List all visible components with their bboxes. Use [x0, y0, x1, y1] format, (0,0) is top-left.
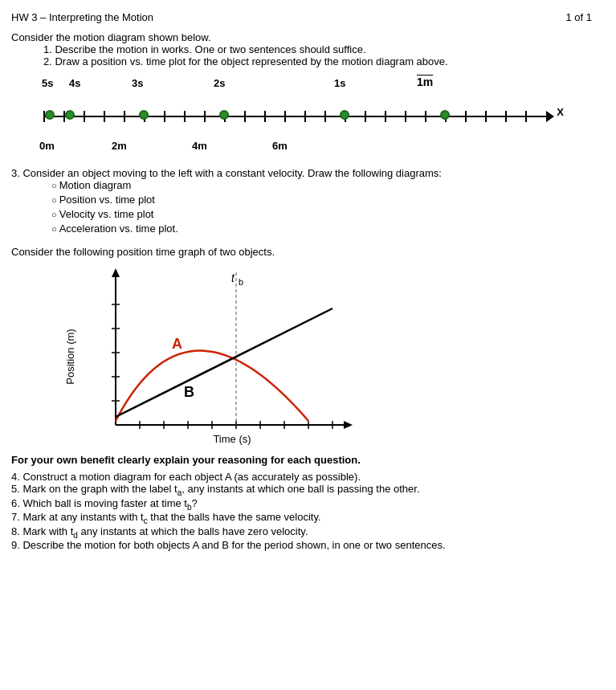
one-m-label: 1m — [417, 76, 433, 88]
question5: 5. Mark on the graph with the label ta, … — [11, 483, 592, 497]
curve-b-label: B — [184, 384, 194, 400]
svg-text:b: b — [239, 277, 243, 287]
tick-mark — [485, 111, 487, 122]
instruction-item2: 2. Draw a position vs. time plot for the… — [43, 55, 592, 67]
time-5s: 5s — [42, 77, 53, 89]
pos-6m: 6m — [272, 140, 288, 152]
tick-mark — [465, 111, 467, 122]
tick-mark — [365, 111, 366, 122]
tick-mark — [425, 111, 426, 122]
pos-2m: 2m — [112, 140, 127, 152]
time-1s: 1s — [334, 77, 345, 89]
tick-mark — [204, 111, 206, 122]
tick-mark — [264, 111, 266, 122]
bullet-motion-diagram: Motion diagram — [51, 179, 592, 191]
instruction-list: 1. Describe the motion in works. One or … — [43, 43, 592, 67]
section3: 3. Consider an object moving to the left… — [11, 167, 592, 235]
dot-3s — [139, 110, 149, 120]
tick-mark — [184, 111, 186, 122]
pos-0m: 0m — [39, 140, 55, 152]
tick-mark — [244, 111, 246, 122]
time-2s: 2s — [214, 77, 225, 89]
bullet-acceleration-time: Acceleration vs. time plot. — [51, 223, 592, 235]
dot-2s — [219, 110, 229, 120]
bold-instruction: For your own benefit clearly explain you… — [11, 454, 592, 466]
time-3s: 3s — [132, 77, 143, 89]
page-number: 1 of 1 — [565, 11, 592, 23]
tick-mark — [324, 111, 326, 122]
bullet-velocity-time: Velocity vs. time plot — [51, 208, 592, 220]
dot-5s — [45, 110, 55, 120]
question7: 7. Mark at any instants with tc that the… — [11, 511, 592, 525]
tick-mark — [525, 111, 527, 122]
y-axis-label: Position (m) — [64, 329, 76, 384]
tick-mark — [505, 111, 507, 122]
time-labels-row: 5s 4s 3s 2s 1s 1m — [35, 77, 565, 100]
question6: 6. Which ball is moving faster at time t… — [11, 497, 592, 512]
number-line-section: 5s 4s 3s 2s 1s 1m X (function() { const … — [11, 77, 592, 154]
tick-mark — [124, 111, 125, 122]
position-labels-row: 0m 2m 4m 6m — [35, 140, 565, 154]
intro-section: Consider the motion diagram shown below.… — [11, 31, 592, 67]
tick-mark — [304, 111, 306, 122]
svg-marker-1 — [112, 268, 120, 277]
section3-list: Motion diagram Position vs. time plot Ve… — [51, 179, 592, 235]
axis-line — [43, 116, 549, 117]
number-line: X (function() { const container = docume… — [35, 100, 565, 140]
question8: 8. Mark with td any instants at which th… — [11, 525, 592, 540]
question9: 9. Describe the motion for both objects … — [11, 539, 592, 551]
bullet-position-time: Position vs. time plot — [51, 194, 592, 206]
x-label: X — [557, 106, 564, 118]
page-header: HW 3 – Interpreting the Motion 1 of 1 — [11, 11, 592, 23]
curve-a-label: A — [172, 336, 182, 352]
document-title: HW 3 – Interpreting the Motion — [11, 11, 153, 23]
svg-text:t: t — [231, 272, 235, 284]
section3-intro: 3. Consider an object moving to the left… — [11, 167, 592, 179]
graph-section: Consider the following position time gra… — [11, 246, 592, 449]
intro-line1: Consider the motion diagram shown below. — [11, 31, 592, 43]
position-time-graph: A B t b Position (m) Time (s) — [59, 264, 365, 449]
graph-container: A B t b Position (m) Time (s) — [59, 264, 365, 449]
tick-mark — [84, 111, 85, 122]
axis-arrow — [546, 111, 554, 122]
svg-marker-3 — [344, 421, 353, 429]
dot-4s — [65, 110, 75, 120]
svg-line-19 — [116, 308, 332, 417]
question4: 4. Construct a motion diagram for each o… — [11, 471, 592, 483]
instruction-item1: 1. Describe the motion in works. One or … — [43, 43, 592, 55]
graph-intro-text: Consider the following position time gra… — [11, 246, 592, 258]
pos-4m: 4m — [192, 140, 207, 152]
tick-mark — [385, 111, 386, 122]
tick-mark — [164, 111, 165, 122]
tick-mark — [104, 111, 105, 122]
dot-end — [440, 110, 450, 120]
tick-mark — [284, 111, 286, 122]
tick-mark — [405, 111, 406, 122]
questions-section: 4. Construct a motion diagram for each o… — [11, 471, 592, 551]
time-4s: 4s — [69, 77, 80, 89]
dot-1s — [340, 110, 349, 120]
x-axis-label: Time (s) — [213, 433, 251, 445]
